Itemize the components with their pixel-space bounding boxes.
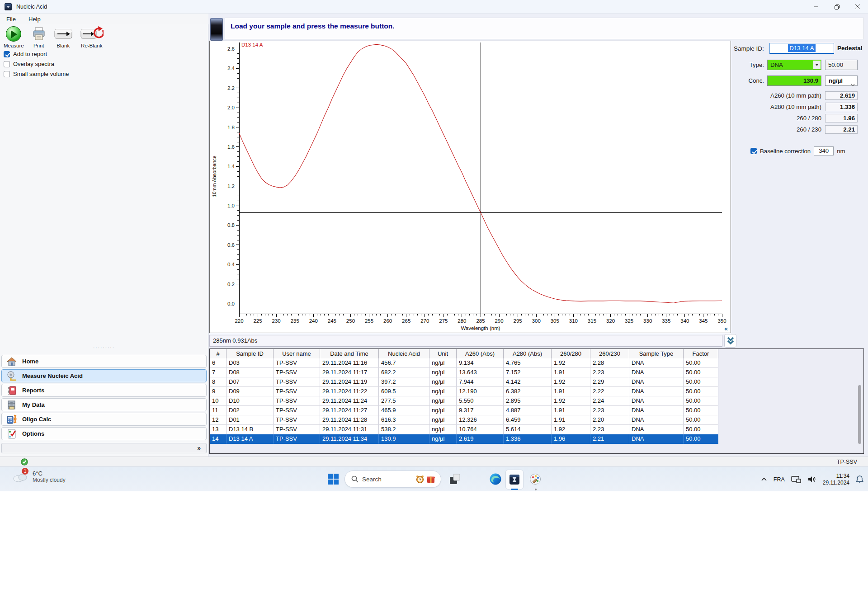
concentration-field: 130.9 <box>767 75 821 86</box>
table-cell: DNA <box>629 415 684 425</box>
column-header[interactable]: 260/230 <box>590 349 629 359</box>
svg-text:245: 245 <box>328 318 336 324</box>
nanodrop-icon <box>509 474 520 485</box>
table-cell: 50.00 <box>684 415 718 425</box>
type-select[interactable]: DNA <box>767 60 821 70</box>
pedestal-icon <box>210 18 223 41</box>
column-header[interactable]: Date and Time <box>320 349 379 359</box>
restore-button[interactable] <box>826 0 847 14</box>
sidebar-item-options[interactable]: Options <box>1 427 207 440</box>
table-row[interactable]: 13D13 14 BTP-SSV29.11.2024 11:31538.2ng/… <box>210 425 718 434</box>
column-header[interactable]: A280 (Abs) <box>504 349 552 359</box>
widgets-icon[interactable] <box>448 473 461 485</box>
sidebar-item-reports[interactable]: Reports <box>1 384 207 397</box>
svg-text:1.8: 1.8 <box>227 125 235 130</box>
table-row[interactable]: 12D01TP-SSV29.11.2024 11:28616.3ng/µl12.… <box>210 415 718 425</box>
table-cell: 2.22 <box>590 387 629 396</box>
baseline-wavelength-field[interactable]: 340 <box>814 146 834 155</box>
blank-icon <box>54 26 73 42</box>
table-scrollbar[interactable] <box>858 385 861 444</box>
table-cell: 2.23 <box>590 406 629 415</box>
table-cell: 14 <box>210 434 226 444</box>
taskbar-clock[interactable]: 11:34 29.11.2024 <box>823 473 849 486</box>
metric-value: 1.96 <box>825 114 858 122</box>
table-row[interactable]: 6D03TP-SSV29.11.2024 11:16456.7ng/µl9.13… <box>210 358 718 368</box>
metric-label: A260 (10 mm path) <box>770 92 825 99</box>
svg-text:240: 240 <box>309 318 318 324</box>
menu-file[interactable]: File <box>0 16 22 23</box>
metric-label: A280 (10 mm path) <box>770 104 825 110</box>
table-cell: ng/µl <box>429 377 457 387</box>
sidebar-collapse-bar[interactable]: » <box>1 443 207 453</box>
column-header[interactable]: User name <box>274 349 320 359</box>
expand-readout-button[interactable] <box>724 334 736 348</box>
language-indicator[interactable]: FRA <box>774 476 785 483</box>
print-button[interactable]: Print <box>31 26 47 48</box>
table-row[interactable]: 7D08TP-SSV29.11.2024 11:17682.2ng/µl13.6… <box>210 368 718 377</box>
titlebar: Nucleic Acid <box>0 0 868 14</box>
chart-collapse-button[interactable]: « <box>724 325 728 332</box>
svg-text:345: 345 <box>699 318 708 324</box>
table-row[interactable]: 10D10TP-SSV29.11.2024 11:24277.5ng/µl5.5… <box>210 396 718 406</box>
measure-button[interactable]: Measure <box>4 26 24 48</box>
column-header[interactable]: A260 (Abs) <box>457 349 504 359</box>
paint-icon[interactable] <box>529 473 542 485</box>
column-header[interactable]: Unit <box>429 349 457 359</box>
svg-text:305: 305 <box>551 318 559 324</box>
reblank-button[interactable]: Re-Blank <box>80 26 104 48</box>
close-button[interactable] <box>847 0 868 14</box>
notification-bell-icon[interactable] <box>856 475 863 484</box>
sidebar-item-home[interactable]: Home <box>1 355 207 368</box>
taskbar-weather-widget[interactable]: 1 6°C Mostly cloudy <box>12 470 66 483</box>
table-cell: D13 14 A <box>226 434 274 444</box>
column-header[interactable]: # <box>210 349 226 359</box>
table-cell: TP-SSV <box>274 406 320 415</box>
column-header[interactable]: 260/280 <box>552 349 590 359</box>
small-sample-volume-checkbox[interactable]: Small sample volume <box>4 71 69 77</box>
table-row[interactable]: 8D07TP-SSV29.11.2024 11:19397.2ng/µl7.94… <box>210 377 718 387</box>
table-cell: D01 <box>226 415 274 425</box>
table-cell: DNA <box>629 406 684 415</box>
tray-chevron-up-icon[interactable] <box>761 477 767 481</box>
sidebar-item-oligo-calc[interactable]: Oligo Calc <box>1 413 207 426</box>
table-row[interactable]: 11D02TP-SSV29.11.2024 11:27465.9ng/µl9.3… <box>210 406 718 415</box>
svg-text:280: 280 <box>458 318 466 324</box>
reports-icon <box>6 385 18 396</box>
table-cell: DNA <box>629 387 684 396</box>
taskbar-search[interactable]: Search <box>344 471 441 488</box>
column-header[interactable]: Nucleic Acid <box>379 349 429 359</box>
svg-text:1.4: 1.4 <box>227 164 235 169</box>
table-cell: 130.9 <box>379 434 429 444</box>
factor-field[interactable]: 50.00 <box>825 60 858 70</box>
speaker-icon[interactable] <box>807 475 816 483</box>
table-cell: 2.24 <box>590 396 629 406</box>
sidebar-item-my-data[interactable]: My Data <box>1 398 207 411</box>
splitter-handle[interactable]: ········· <box>0 346 208 350</box>
start-button[interactable] <box>327 473 339 485</box>
cast-display-icon[interactable] <box>791 475 801 484</box>
active-app-indicator <box>511 489 518 490</box>
column-header[interactable]: Factor <box>684 349 718 359</box>
column-header[interactable]: Sample Type <box>629 349 684 359</box>
overlay-spectra-checkbox[interactable]: Overlay spectra <box>4 61 69 67</box>
add-to-report-checkbox[interactable]: Add to report <box>4 51 69 57</box>
sample-id-input[interactable]: D13 14 A <box>769 43 834 54</box>
menu-help[interactable]: Help <box>22 16 47 23</box>
table-cell: 10.764 <box>457 425 504 434</box>
column-header[interactable]: Sample ID <box>226 349 274 359</box>
table-row[interactable]: 9D09TP-SSV29.11.2024 11:22609.5ng/µl12.1… <box>210 387 718 396</box>
nanodrop-app-taskbar-icon[interactable] <box>505 470 524 489</box>
table-cell: 13 <box>210 425 226 434</box>
svg-text:235: 235 <box>291 318 299 324</box>
blank-button[interactable]: Blank <box>54 26 73 48</box>
unit-select[interactable]: ng/µl <box>825 75 858 86</box>
sidebar-item-measure-nucleic-acid[interactable]: Measure Nucleic Acid <box>1 369 207 382</box>
svg-text:0.4: 0.4 <box>227 262 235 267</box>
table-cell: TP-SSV <box>274 387 320 396</box>
edge-browser-icon[interactable] <box>489 473 502 485</box>
table-row[interactable]: 14D13 14 ATP-SSV29.11.2024 11:34130.9ng/… <box>210 434 718 444</box>
status-message: Load your sample and press the measure b… <box>231 22 395 30</box>
minimize-button[interactable] <box>806 0 826 14</box>
baseline-checkbox[interactable] <box>750 148 757 154</box>
svg-text:260: 260 <box>383 318 392 324</box>
